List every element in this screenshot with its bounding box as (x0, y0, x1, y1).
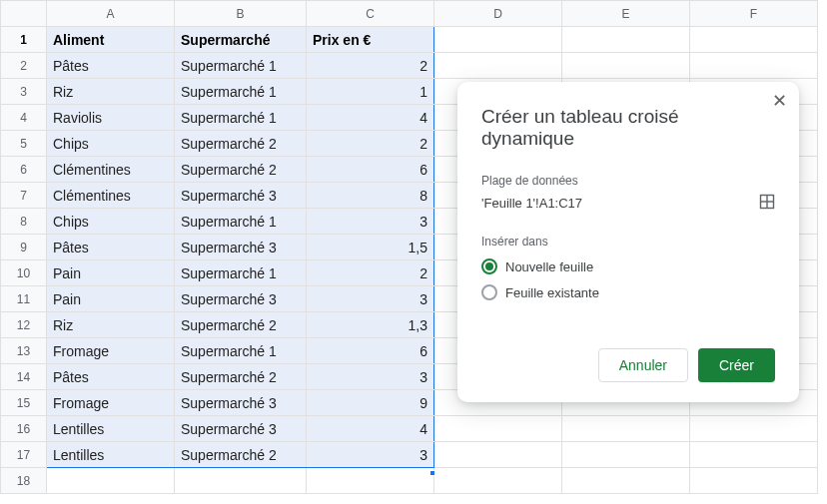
cell-F18[interactable] (690, 468, 818, 494)
cell-C3[interactable]: 1 (307, 79, 434, 105)
cell-A10[interactable]: Pain (47, 260, 175, 286)
row-header[interactable]: 3 (1, 79, 47, 105)
cell-C7[interactable]: 8 (307, 183, 434, 209)
cell-C8[interactable]: 3 (307, 209, 434, 235)
cell-B13[interactable]: Supermarché 1 (175, 338, 307, 364)
cell-F2[interactable] (690, 53, 818, 79)
create-button[interactable]: Créer (698, 348, 775, 382)
col-header-E[interactable]: E (562, 1, 690, 27)
cell-A1[interactable]: Aliment (47, 27, 175, 53)
row-header[interactable]: 10 (1, 260, 47, 286)
cell-C6[interactable]: 6 (307, 157, 434, 183)
cell-B4[interactable]: Supermarché 1 (175, 105, 307, 131)
cell-B5[interactable]: Supermarché 2 (175, 131, 307, 157)
row-header[interactable]: 15 (1, 390, 47, 416)
cell-F17[interactable] (690, 442, 818, 468)
row-header[interactable]: 9 (1, 235, 47, 260)
row-header[interactable]: 4 (1, 105, 47, 131)
cell-A7[interactable]: Clémentines (47, 183, 175, 209)
cell-A14[interactable]: Pâtes (47, 364, 175, 390)
row-header[interactable]: 7 (1, 183, 47, 209)
cell-B9[interactable]: Supermarché 3 (175, 235, 307, 260)
row-header[interactable]: 16 (1, 416, 47, 442)
col-header-C[interactable]: C (307, 1, 434, 27)
cell-C12[interactable]: 1,3 (307, 312, 434, 338)
cell-C16[interactable]: 4 (307, 416, 434, 442)
select-all-corner[interactable] (1, 1, 47, 27)
cell-F16[interactable] (690, 416, 818, 442)
cell-E17[interactable] (562, 442, 690, 468)
cell-D16[interactable] (434, 416, 562, 442)
cell-D1[interactable] (434, 27, 562, 53)
cancel-button[interactable]: Annuler (598, 348, 688, 382)
col-header-D[interactable]: D (434, 1, 562, 27)
cell-C2[interactable]: 2 (307, 53, 434, 79)
radio-new-sheet[interactable]: Nouvelle feuille (481, 258, 775, 274)
cell-B3[interactable]: Supermarché 1 (175, 79, 307, 105)
row-header[interactable]: 18 (1, 468, 47, 494)
close-icon[interactable]: ✕ (772, 92, 787, 110)
cell-C5[interactable]: 2 (307, 131, 434, 157)
cell-A16[interactable]: Lentilles (47, 416, 175, 442)
col-header-B[interactable]: B (175, 1, 307, 27)
cell-B18[interactable] (175, 468, 307, 494)
cell-A2[interactable]: Pâtes (47, 53, 175, 79)
cell-B6[interactable]: Supermarché 2 (175, 157, 307, 183)
cell-E16[interactable] (562, 416, 690, 442)
cell-E18[interactable] (562, 468, 690, 494)
cell-B11[interactable]: Supermarché 3 (175, 286, 307, 312)
row-header[interactable]: 12 (1, 312, 47, 338)
cell-E2[interactable] (562, 53, 690, 79)
cell-A9[interactable]: Pâtes (47, 235, 175, 260)
cell-B16[interactable]: Supermarché 3 (175, 416, 307, 442)
cell-A12[interactable]: Riz (47, 312, 175, 338)
cell-B1[interactable]: Supermarché (175, 27, 307, 53)
row-header[interactable]: 2 (1, 53, 47, 79)
cell-B7[interactable]: Supermarché 3 (175, 183, 307, 209)
col-header-A[interactable]: A (47, 1, 175, 27)
cell-A3[interactable]: Riz (47, 79, 175, 105)
cell-C17[interactable]: 3 (307, 442, 434, 468)
cell-C9[interactable]: 1,5 (307, 235, 434, 260)
cell-B2[interactable]: Supermarché 1 (175, 53, 307, 79)
cell-A18[interactable] (47, 468, 175, 494)
cell-B14[interactable]: Supermarché 2 (175, 364, 307, 390)
cell-C4[interactable]: 4 (307, 105, 434, 131)
row-header[interactable]: 8 (1, 209, 47, 235)
cell-F1[interactable] (690, 27, 818, 53)
row-header[interactable]: 13 (1, 338, 47, 364)
cell-A4[interactable]: Raviolis (47, 105, 175, 131)
cell-A15[interactable]: Fromage (47, 390, 175, 416)
cell-C14[interactable]: 3 (307, 364, 434, 390)
row-header[interactable]: 11 (1, 286, 47, 312)
cell-B12[interactable]: Supermarché 2 (175, 312, 307, 338)
cell-C11[interactable]: 3 (307, 286, 434, 312)
cell-A17[interactable]: Lentilles (47, 442, 175, 468)
select-range-icon[interactable] (759, 194, 775, 213)
row-header[interactable]: 6 (1, 157, 47, 183)
cell-A8[interactable]: Chips (47, 209, 175, 235)
row-header[interactable]: 14 (1, 364, 47, 390)
cell-C13[interactable]: 6 (307, 338, 434, 364)
cell-D17[interactable] (434, 442, 562, 468)
cell-A6[interactable]: Clémentines (47, 157, 175, 183)
cell-D18[interactable] (434, 468, 562, 494)
cell-E1[interactable] (562, 27, 690, 53)
cell-C18[interactable] (307, 468, 434, 494)
row-header[interactable]: 17 (1, 442, 47, 468)
cell-B8[interactable]: Supermarché 1 (175, 209, 307, 235)
range-value[interactable]: 'Feuille 1'!A1:C17 (481, 196, 582, 211)
row-header[interactable]: 5 (1, 131, 47, 157)
selection-handle[interactable] (429, 470, 435, 476)
col-header-F[interactable]: F (690, 1, 818, 27)
cell-A13[interactable]: Fromage (47, 338, 175, 364)
cell-B10[interactable]: Supermarché 1 (175, 260, 307, 286)
cell-B15[interactable]: Supermarché 3 (175, 390, 307, 416)
cell-C10[interactable]: 2 (307, 260, 434, 286)
cell-C1[interactable]: Prix en € (307, 27, 434, 53)
cell-B17[interactable]: Supermarché 2 (175, 442, 307, 468)
cell-A5[interactable]: Chips (47, 131, 175, 157)
cell-A11[interactable]: Pain (47, 286, 175, 312)
radio-existing-sheet[interactable]: Feuille existante (481, 284, 775, 300)
cell-C15[interactable]: 9 (307, 390, 434, 416)
